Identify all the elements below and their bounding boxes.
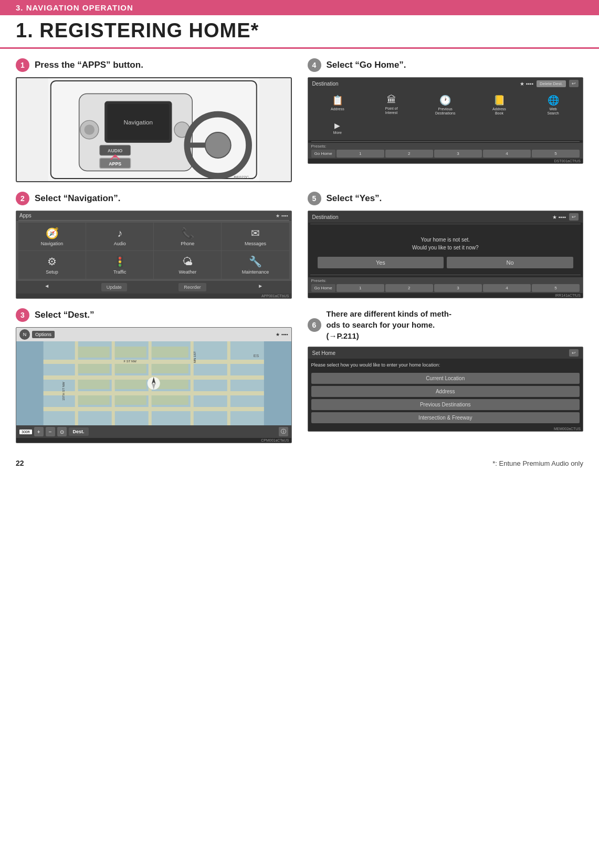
dest-icon-web[interactable]: 🌐 WebSearch	[527, 92, 580, 118]
navigation-label: Navigation	[41, 241, 64, 246]
step-5-status: ★ ▪▪▪▪	[552, 214, 566, 220]
step-5-dest-header: Destination ★ ▪▪▪▪ ↩	[308, 211, 583, 223]
step-5-title: Select “Yes”.	[327, 193, 382, 204]
app-traffic[interactable]: 🚦 Traffic	[86, 251, 153, 279]
svg-point-15	[205, 132, 231, 158]
no-btn[interactable]: No	[447, 257, 573, 268]
app-maintenance[interactable]: 🔧 Maintenance	[222, 251, 289, 279]
section-label: 3. NAVIGATION OPERATION	[16, 3, 133, 12]
map-area: MN 1ST 15TH ST NW F ST NW ES	[16, 341, 291, 425]
current-location-option[interactable]: Current Location	[311, 373, 580, 384]
presets-label-4: Presets:	[311, 144, 327, 149]
bluetooth-icon: ★	[276, 213, 280, 218]
preset-4-4[interactable]: 4	[483, 150, 531, 158]
svg-rect-40	[152, 395, 188, 405]
map-left-controls: 300ft + − ⊙ Dest.	[19, 427, 89, 436]
map-compass-btn[interactable]: N	[19, 329, 30, 340]
app-audio[interactable]: ♪ Audio	[86, 223, 153, 250]
step-5-watermark: IRR141aCTfUS	[308, 293, 583, 298]
step-1-image: Navigation AUDIO APPS	[16, 77, 292, 182]
maintenance-icon: 🔧	[249, 255, 262, 268]
address-book-label: AddressBook	[492, 107, 506, 116]
address-label: Address	[331, 107, 344, 111]
app-setup[interactable]: ⚙ Setup	[18, 251, 86, 279]
address-option[interactable]: Address	[311, 386, 580, 397]
prev-dest-label: PreviousDestinations	[435, 107, 456, 116]
map-bt-icon: ★	[276, 332, 280, 337]
previous-destinations-option[interactable]: Previous Destinations	[311, 399, 580, 410]
dest-icon-address[interactable]: 📋 Address	[311, 92, 364, 118]
step-4-header: 4 Select “Go Home”.	[308, 58, 584, 72]
header-bar: 3. NAVIGATION OPERATION	[0, 0, 599, 15]
yes-btn[interactable]: Yes	[318, 257, 444, 268]
step-6-instructions: Please select how you would like to ente…	[311, 362, 580, 369]
step-5-header: 5 Select “Yes”.	[308, 192, 584, 205]
step-3-block: 3 Select “Dest.” N Options ★ ▪▪▪▪	[16, 308, 292, 443]
intersection-freeway-option[interactable]: Intersection & Freeway	[311, 412, 580, 423]
info-btn[interactable]: ⓘ	[279, 427, 288, 436]
step-4-title: Select “Go Home”.	[327, 60, 406, 70]
step-3-title: Select “Dest.”	[35, 310, 94, 320]
dest-icon-poi[interactable]: 🏛 Point ofInterest	[365, 92, 418, 118]
map-svg: MN 1ST 15TH ST NW F ST NW ES	[16, 341, 291, 425]
step-2-screen: Apps ★ ▪▪▪▪ 🧭 Navigation ♪ Audio 📞	[16, 211, 292, 299]
step-4-screen-title: Destination	[312, 81, 339, 87]
more-label: More	[333, 131, 342, 135]
step-6-title: There are different kinds of meth- ods t…	[327, 308, 451, 341]
dest-icon-prev-dest[interactable]: 🕐 PreviousDestinations	[419, 92, 472, 118]
weather-icon: 🌤	[182, 256, 193, 268]
svg-text:APPS: APPS	[109, 161, 121, 166]
preset-2-4[interactable]: 2	[385, 150, 433, 158]
apps-grid: 🧭 Navigation ♪ Audio 📞 Phone ✉ Messages …	[16, 221, 291, 281]
svg-text:15TH ST NW: 15TH ST NW	[62, 382, 65, 401]
zoom-out-btn[interactable]: −	[46, 427, 55, 436]
main-content: 1 Press the “APPS” button. Navigation	[0, 49, 599, 454]
zoom-in-btn[interactable]: +	[34, 427, 44, 436]
step-6-screen: Set Home ↩ Please select how you would l…	[308, 347, 584, 432]
app-weather[interactable]: 🌤 Weather	[154, 251, 221, 279]
reorder-btn[interactable]: Reorder	[178, 283, 206, 291]
dest-icon-more[interactable]: ▶ More	[311, 119, 364, 137]
address-book-icon: 📒	[493, 95, 505, 106]
preset-1-4[interactable]: 1	[337, 150, 384, 158]
step-2-block: 2 Select “Navigation”. Apps ★ ▪▪▪▪ 🧭 Nav…	[16, 192, 292, 299]
preset-5-4[interactable]: 5	[532, 150, 580, 158]
step-5-back[interactable]: ↩	[569, 213, 579, 221]
update-btn[interactable]: Update	[101, 283, 127, 291]
prev-dest-icon: 🕐	[439, 95, 451, 106]
step-6-screen-header: Set Home ↩	[308, 347, 583, 359]
preset-5-5[interactable]: 5	[532, 284, 580, 292]
app-phone[interactable]: 📞 Phone	[154, 223, 221, 250]
dest-btn[interactable]: Dest.	[69, 427, 89, 436]
svg-rect-33	[115, 364, 146, 373]
preset-4-5[interactable]: 4	[483, 284, 531, 292]
preset-1-5[interactable]: 1	[337, 284, 384, 292]
current-location-btn[interactable]: ⊙	[57, 427, 67, 436]
svg-text:ES: ES	[254, 353, 259, 358]
dest-icon-address-book[interactable]: 📒 AddressBook	[473, 92, 526, 118]
map-options-btn[interactable]: Options	[32, 331, 55, 338]
car-diagram-svg: Navigation AUDIO APPS	[17, 78, 291, 181]
svg-text:BF027C: BF027C	[234, 175, 249, 180]
step-3-badge: 3	[16, 308, 29, 322]
svg-rect-39	[115, 395, 146, 405]
setup-label: Setup	[46, 269, 58, 275]
preset-2-5[interactable]: 2	[385, 284, 433, 292]
app-messages[interactable]: ✉ Messages	[222, 223, 289, 250]
preset-3-4[interactable]: 3	[434, 150, 482, 158]
maintenance-label: Maintenance	[242, 269, 269, 275]
preset-3-5[interactable]: 3	[434, 284, 482, 292]
step-4-delete-btn[interactable]: Delete Dest.	[537, 80, 566, 87]
preset-go-home-4[interactable]: Go Home	[311, 150, 335, 158]
arrow-left-icon: ◄	[44, 283, 49, 291]
step-5-yesno: Your home is not set. Would you like to …	[308, 225, 583, 273]
step-5-message: Your home is not set. Would you like to …	[312, 236, 579, 252]
audio-label: Audio	[114, 241, 126, 246]
messages-icon: ✉	[251, 227, 260, 239]
presets-label-5: Presets:	[311, 278, 327, 283]
step-6-badge: 6	[308, 318, 321, 332]
step-6-back[interactable]: ↩	[569, 349, 579, 357]
step-4-back[interactable]: ↩	[569, 80, 579, 87]
app-navigation[interactable]: 🧭 Navigation	[18, 223, 86, 250]
preset-go-home-5[interactable]: Go Home	[311, 284, 335, 292]
